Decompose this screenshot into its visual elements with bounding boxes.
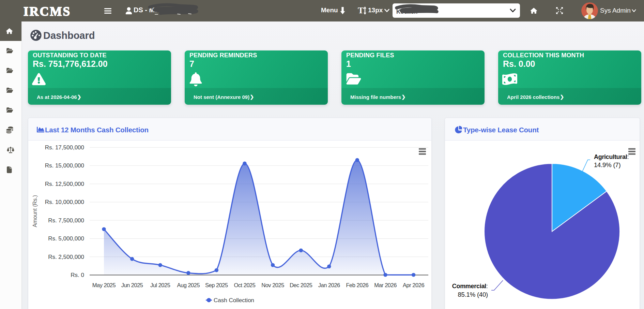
svg-text:85.1% (40): 85.1% (40) <box>458 291 488 298</box>
svg-text:Rs. 12,500,000: Rs. 12,500,000 <box>45 181 84 187</box>
svg-text:Dec 2025: Dec 2025 <box>290 282 312 288</box>
svg-text:Jul 2025: Jul 2025 <box>150 282 170 288</box>
svg-text:May 2025: May 2025 <box>92 282 116 288</box>
svg-text:14.9% (7): 14.9% (7) <box>594 161 620 168</box>
svg-text:Rs. 17,500,000: Rs. 17,500,000 <box>45 144 84 151</box>
svg-text:Apr 2026: Apr 2026 <box>403 282 424 288</box>
svg-text:Commercial:: Commercial: <box>452 283 488 290</box>
svg-text:Amount (Rs.): Amount (Rs.) <box>32 195 38 227</box>
svg-text:Rs. 15,000,000: Rs. 15,000,000 <box>45 162 84 169</box>
svg-text:Rs. 5,000,000: Rs. 5,000,000 <box>48 235 84 242</box>
svg-text:Aug 2025: Aug 2025 <box>177 282 200 288</box>
svg-text:Rs. 10,000,000: Rs. 10,000,000 <box>45 199 84 205</box>
svg-text:Agricultural:: Agricultural: <box>594 153 629 160</box>
svg-text:Rs. 0: Rs. 0 <box>71 272 84 278</box>
svg-text:Jun 2025: Jun 2025 <box>121 282 143 288</box>
svg-text:Rs. 7,500,000: Rs. 7,500,000 <box>48 217 84 224</box>
svg-text:Cash Collection: Cash Collection <box>214 297 254 304</box>
svg-text:Sep 2025: Sep 2025 <box>205 282 228 288</box>
svg-text:Feb 2026: Feb 2026 <box>346 282 369 288</box>
svg-text:Oct 2025: Oct 2025 <box>234 282 256 288</box>
svg-text:Jan 2026: Jan 2026 <box>318 282 340 288</box>
svg-text:Rs. 2,500,000: Rs. 2,500,000 <box>48 254 84 260</box>
svg-text:Mar 2026: Mar 2026 <box>374 282 397 288</box>
svg-text:Nov 2025: Nov 2025 <box>261 282 284 288</box>
